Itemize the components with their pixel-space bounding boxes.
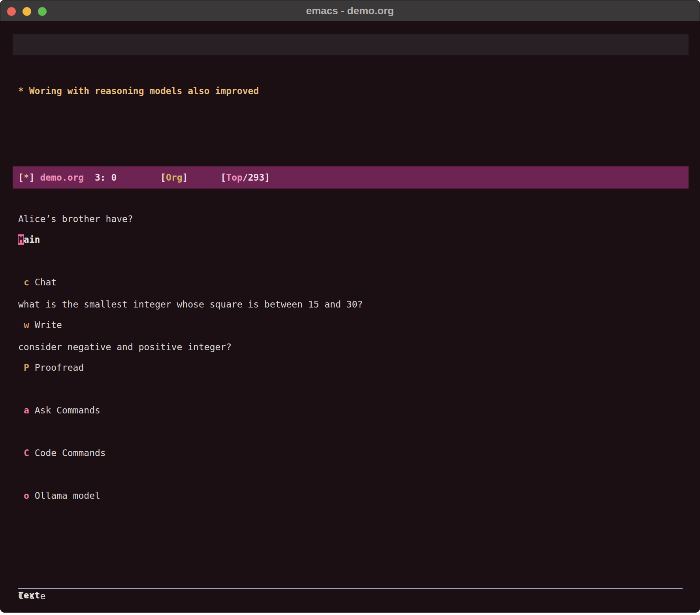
modeline-scroll-position: Top bbox=[226, 172, 243, 183]
menu-item-code-commands[interactable]: CCode Commands bbox=[0, 446, 193, 460]
modeline-modified-flag: [ bbox=[18, 172, 24, 183]
modeline-modified-flag: * bbox=[24, 172, 29, 183]
menu-key: o bbox=[24, 489, 35, 503]
modeline-major-mode: ] bbox=[182, 172, 188, 183]
modeline-spacer bbox=[188, 172, 220, 183]
menu-key: C bbox=[24, 446, 35, 460]
modeline-major-mode: Org bbox=[166, 172, 183, 183]
menu-item-write[interactable]: wWrite bbox=[0, 318, 193, 332]
window-divider bbox=[18, 588, 683, 589]
menu-section-main-label: ain bbox=[24, 234, 40, 245]
menu-item-label: Chat bbox=[35, 277, 56, 287]
emacs-window: emacs - demo.org * Woring with reasoning… bbox=[0, 0, 700, 613]
blank-line bbox=[0, 531, 193, 545]
menu-item-ask-commands[interactable]: aAsk Commands bbox=[0, 403, 193, 417]
menu-key: w bbox=[24, 318, 35, 332]
modeline-major-mode: [ bbox=[160, 172, 166, 183]
menu-key: a bbox=[24, 403, 35, 417]
menu-key: P bbox=[24, 360, 35, 375]
menu-item-label: Write bbox=[35, 320, 62, 330]
modeline-spacer bbox=[117, 172, 160, 183]
modeline-scroll-position: ] bbox=[264, 172, 270, 183]
top-highlight-strip bbox=[13, 34, 689, 55]
mode-line: [*] demo.org 3: 0 [Org] [Top/293] bbox=[13, 166, 689, 189]
modeline-scroll-position: [ bbox=[220, 172, 226, 183]
window-title: emacs - demo.org bbox=[0, 0, 700, 21]
modeline-modified-flag: ] bbox=[29, 172, 40, 183]
menu-item-label: Code Commands bbox=[35, 448, 106, 458]
modeline-cursor-position: 3: 0 bbox=[84, 172, 117, 183]
menu-item-ollama-model[interactable]: oOllama model bbox=[0, 489, 193, 503]
echo-area-keystrokes: C-c e bbox=[18, 589, 45, 603]
blank-line bbox=[0, 126, 401, 141]
menu-item-proofread[interactable]: PProofread bbox=[0, 360, 193, 375]
menu-cursor: M bbox=[18, 234, 24, 245]
title-bar: emacs - demo.org bbox=[0, 0, 700, 21]
modeline-scroll-position: /293 bbox=[243, 172, 264, 183]
menu-item-label: Ask Commands bbox=[35, 405, 100, 415]
org-heading[interactable]: * Woring with reasoning models also impr… bbox=[0, 84, 401, 98]
menu-item-label: Ollama model bbox=[35, 490, 100, 501]
menu-item-chat[interactable]: cChat bbox=[0, 275, 193, 289]
menu-section-main: Main bbox=[0, 232, 193, 247]
transient-menu: Main cChat wWrite PProofread aAsk Comman… bbox=[0, 190, 193, 613]
modeline-buffer-name: demo.org bbox=[40, 172, 84, 183]
menu-item-label: Proofread bbox=[35, 362, 84, 373]
menu-key: c bbox=[24, 275, 35, 289]
